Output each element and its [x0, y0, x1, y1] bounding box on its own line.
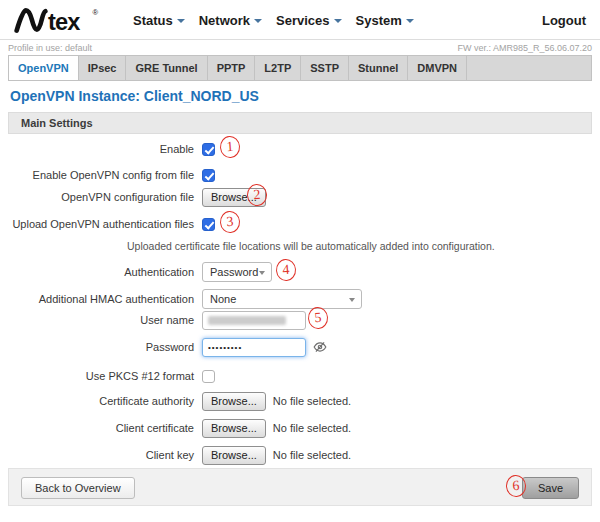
redacted-username-value	[208, 316, 286, 325]
row-hmac: Additional HMAC authentication None	[0, 289, 600, 309]
client-certificate-label: Client certificate	[0, 418, 194, 438]
tab-sstp[interactable]: SSTP	[301, 56, 349, 80]
authentication-select[interactable]: Password	[202, 262, 272, 282]
client-key-file-status: No file selected.	[273, 449, 351, 461]
row-enable: Enable	[0, 139, 600, 159]
config-from-file-label: Enable OpenVPN config from file	[0, 165, 194, 185]
certificate-authority-browse-button[interactable]: Browse...	[202, 392, 266, 411]
row-client-certificate: Client certificate Browse... No file sel…	[0, 418, 600, 438]
row-config-file: OpenVPN configuration file Browse...	[0, 187, 600, 207]
masked-password-value: •••••••••	[208, 338, 242, 357]
client-key-label: Client key	[0, 445, 194, 465]
logo-wave-icon	[17, 10, 46, 30]
client-certificate-browse-button[interactable]: Browse...	[202, 419, 266, 438]
row-upload-auth: Upload OpenVPN authentication files	[0, 214, 600, 234]
show-password-eye-icon[interactable]	[313, 340, 327, 354]
menu-item-system[interactable]: System	[356, 13, 414, 28]
back-to-overview-button[interactable]: Back to Overview	[21, 477, 135, 499]
client-certificate-file-status: No file selected.	[273, 422, 351, 434]
enable-checkbox[interactable]	[202, 143, 215, 156]
tab-pptp[interactable]: PPTP	[208, 56, 256, 80]
chevron-down-icon	[177, 19, 185, 23]
row-client-key: Client key Browse... No file selected.	[0, 445, 600, 465]
certificate-authority-label: Certificate authority	[0, 391, 194, 411]
username-input[interactable]	[202, 311, 306, 330]
upload-note-text: Uploaded certificate file locations will…	[127, 240, 495, 252]
chevron-down-icon	[334, 19, 342, 23]
chevron-down-icon	[254, 19, 262, 23]
hmac-select[interactable]: None	[202, 289, 362, 309]
tab-stunnel[interactable]: Stunnel	[349, 56, 408, 80]
row-authentication: Authentication Password	[0, 262, 600, 282]
username-label: User name	[0, 310, 194, 330]
save-button[interactable]: Save	[522, 477, 579, 499]
upload-auth-checkbox[interactable]	[202, 218, 215, 231]
page-title: OpenVPN Instance: Client_NORD_US	[10, 88, 259, 104]
chevron-down-icon	[406, 19, 414, 23]
row-username: User name	[0, 310, 600, 330]
menu-item-status[interactable]: Status	[133, 13, 185, 28]
password-label: Password	[0, 337, 194, 357]
row-password: Password •••••••••	[0, 337, 600, 357]
page: tex ® Status Network Services System Log…	[0, 0, 600, 522]
tab-ipsec[interactable]: IPsec	[79, 56, 127, 80]
password-input[interactable]: •••••••••	[202, 338, 306, 357]
client-key-browse-button[interactable]: Browse...	[202, 446, 266, 465]
hmac-label: Additional HMAC authentication	[0, 289, 194, 309]
firmware-version-text: FW ver.: AMR985_R_56.06.07.20	[457, 43, 592, 53]
pkcs12-checkbox[interactable]	[202, 370, 215, 383]
svg-text:tex: tex	[48, 9, 80, 34]
tab-l2tp[interactable]: L2TP	[255, 56, 301, 80]
pkcs12-label: Use PKCS #12 format	[0, 366, 194, 386]
tab-openvpn[interactable]: OpenVPN	[9, 56, 79, 80]
authentication-label: Authentication	[0, 262, 194, 282]
top-header: tex ® Status Network Services System Log…	[0, 0, 600, 40]
main-menu: Status Network Services System	[133, 0, 414, 40]
tab-dmvpn[interactable]: DMVPN	[408, 56, 467, 80]
config-file-label: OpenVPN configuration file	[0, 187, 194, 207]
vpn-tabbar: OpenVPN IPsec GRE Tunnel PPTP L2TP SSTP …	[8, 55, 592, 81]
avtex-logo[interactable]: tex ®	[14, 7, 102, 34]
profile-in-use-text: Profile in use: default	[8, 43, 92, 53]
row-certificate-authority: Certificate authority Browse... No file …	[0, 391, 600, 411]
logout-link[interactable]: Logout	[542, 0, 586, 40]
upload-auth-label: Upload OpenVPN authentication files	[0, 214, 194, 234]
menu-item-network[interactable]: Network	[199, 13, 262, 28]
row-pkcs12: Use PKCS #12 format	[0, 366, 600, 386]
footer-bar: Back to Overview Save	[8, 468, 592, 506]
enable-label: Enable	[0, 139, 194, 159]
row-config-from-file: Enable OpenVPN config from file	[0, 165, 600, 185]
main-settings-section-header: Main Settings	[8, 112, 592, 134]
certificate-authority-file-status: No file selected.	[273, 395, 351, 407]
tab-gre-tunnel[interactable]: GRE Tunnel	[126, 56, 207, 80]
menu-item-services[interactable]: Services	[276, 13, 342, 28]
config-from-file-checkbox[interactable]	[202, 169, 215, 182]
svg-text:®: ®	[93, 8, 99, 17]
